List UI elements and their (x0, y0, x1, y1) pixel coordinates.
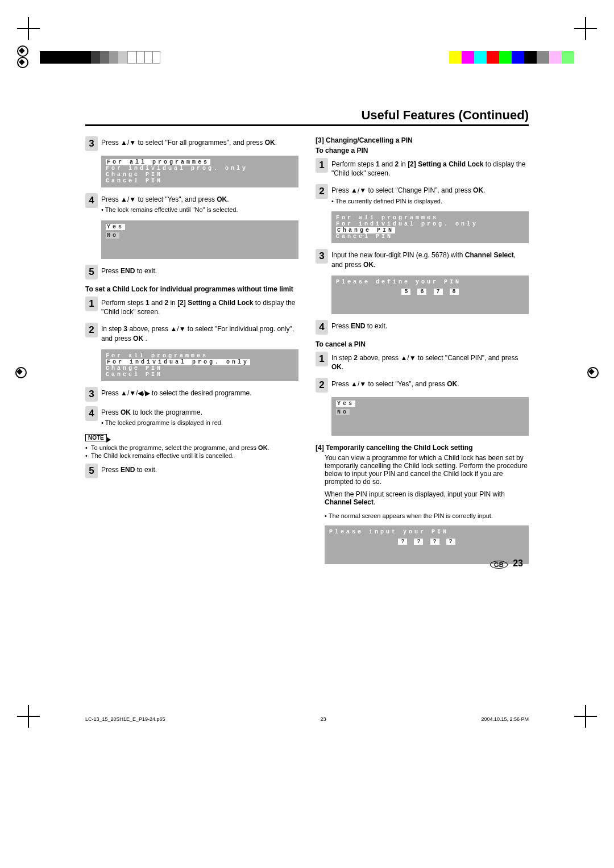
note-label: NOTE (85, 434, 107, 441)
indiv-step-4: 4 Press OK to lock the programme. The lo… (85, 406, 298, 429)
footer-meta: LC-13_15_20SH1E_E_P19-24.p65 23 2004.10.… (85, 716, 529, 722)
cancel-step-1: 1 In step 2 above, press ▲/▼ to select "… (316, 352, 529, 373)
ok-label: OK (265, 139, 275, 147)
footer-page: 23 (321, 716, 326, 722)
osd-yes-no: Yes No (331, 397, 529, 436)
step3-text: Press ▲/▼ to select "For all programmes"… (101, 139, 265, 147)
step-badge: 4 (85, 406, 98, 421)
step-5: 5 Press END to exit. (85, 265, 298, 279)
osd-yes-no: Yes No (101, 220, 298, 259)
registration-mark (17, 57, 28, 68)
step-badge: 3 (85, 387, 98, 402)
content-columns: 3 Press ▲/▼ to select "For all programme… (85, 136, 529, 570)
footer-filename: LC-13_15_20SH1E_E_P19-24.p65 (85, 716, 165, 722)
section-4-body: You can view a programme for which a Chi… (325, 454, 529, 486)
step-badge: 3 (85, 136, 98, 151)
indiv-step-5: 5 Press END to exit. (85, 464, 298, 478)
crop-mark (17, 705, 40, 728)
registration-mark (17, 369, 25, 377)
osd-menu: For all programmes For individual prog. … (101, 349, 298, 381)
registration-mark (589, 369, 597, 377)
section-title: Useful Features (Continued) (85, 108, 529, 126)
step-badge: 5 (85, 464, 98, 478)
cancel-step-2: 2 Press ▲/▼ to select "Yes", and press O… (316, 378, 529, 393)
note-list: To unlock the programme, select the prog… (85, 444, 298, 459)
change-step-1: 1 Perform steps 1 and 2 in [2] Setting a… (316, 158, 529, 180)
change-step-4: 4 Press END to exit. (316, 320, 529, 335)
step-badge: 3 (316, 249, 328, 264)
color-bar-right (449, 51, 574, 64)
footer-date: 2004.10.15, 2:56 PM (481, 716, 529, 722)
section-4-body2: When the PIN input screen is displayed, … (325, 490, 529, 506)
step-badge: 1 (316, 352, 328, 366)
region-badge: GB (490, 561, 508, 569)
crop-mark (17, 17, 40, 40)
substep-note: The lock remains effective until "No" is… (101, 206, 298, 214)
crop-mark (574, 17, 597, 40)
right-column: [3] Changing/Cancelling a PIN To change … (316, 136, 529, 570)
sub-cancel-pin: To cancel a PIN (316, 340, 529, 348)
step-badge: 4 (316, 320, 328, 335)
change-step-3: 3 Input the new four-digit PIN (e.g. 567… (316, 249, 529, 270)
page-number: 23 (513, 558, 523, 568)
osd-menu: For all programmes For individual prog. … (101, 156, 298, 187)
indiv-step-3: 3 Press ▲/▼/◀/▶ to select the desired pr… (85, 387, 298, 402)
step-3: 3 Press ▲/▼ to select "For all programme… (85, 136, 298, 151)
step-badge: 1 (85, 297, 98, 311)
color-bar-left (40, 51, 160, 64)
sub-change-pin: To change a PIN (316, 147, 529, 155)
section-4-sub: The normal screen appears when the PIN i… (325, 512, 529, 519)
registration-mark (17, 45, 28, 57)
step-badge: 2 (85, 323, 98, 337)
step-badge: 2 (316, 378, 328, 393)
osd-define-pin: Please define your PIN 5 6 7 8 (331, 276, 529, 314)
step-badge: 1 (316, 158, 328, 173)
section-4-heading: [4] Temporarily cancelling the Child Loc… (316, 444, 529, 452)
osd-menu: For all programmes For individual prog. … (331, 211, 529, 243)
section-3-heading: [3] Changing/Cancelling a PIN (316, 136, 529, 144)
indiv-step-2: 2 In step 3 above, press ▲/▼ to select "… (85, 323, 298, 344)
step-badge: 2 (316, 184, 328, 199)
left-column: 3 Press ▲/▼ to select "For all programme… (85, 136, 298, 570)
step-4: 4 Press ▲/▼ to select "Yes", and press O… (85, 193, 298, 216)
indiv-step-1: 1 Perform steps 1 and 2 in [2] Setting a… (85, 297, 298, 318)
crop-mark (574, 705, 597, 728)
step-badge: 4 (85, 193, 98, 208)
subheading: To set a Child Lock for individual progr… (85, 285, 298, 293)
step-badge: 5 (85, 265, 98, 279)
scanned-page: Useful Features (Continued) 3 Press ▲/▼ … (0, 0, 614, 745)
change-step-2: 2 Press ▲/▼ to select "Change PIN", and … (316, 184, 529, 207)
